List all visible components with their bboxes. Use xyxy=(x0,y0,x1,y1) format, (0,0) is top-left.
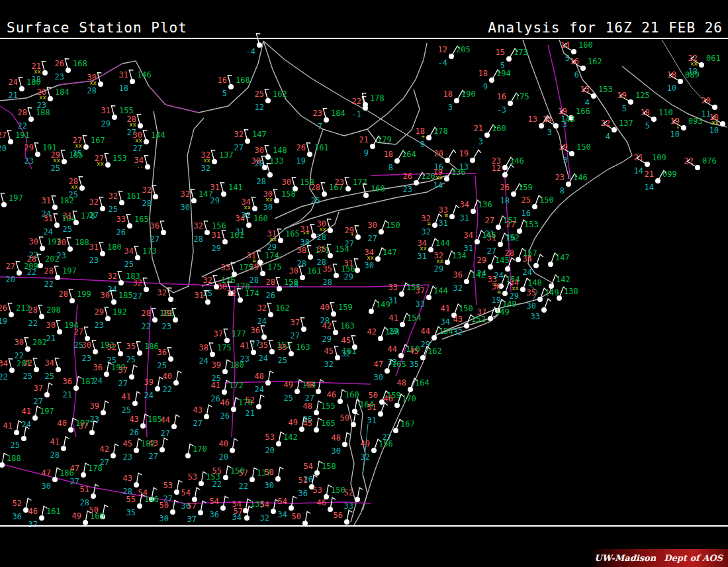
station-circle-icon xyxy=(52,477,58,482)
station-circle-icon xyxy=(174,490,179,495)
temperature-value: 36 xyxy=(150,222,159,230)
station-circle-icon xyxy=(199,481,204,486)
temperature-value: 41 xyxy=(22,407,31,415)
pressure-value: 153 xyxy=(598,85,613,93)
pressure-value: 174 xyxy=(245,289,259,297)
station-circle-icon xyxy=(533,263,539,268)
temperature-value: 50 xyxy=(369,391,378,399)
pressure-value: 154 xyxy=(407,314,422,322)
temperature-value: 19 xyxy=(559,143,568,151)
dewpoint-value: 25 xyxy=(45,372,54,380)
station-circle-icon xyxy=(54,223,60,228)
dewpoint-value: 14 xyxy=(645,183,654,191)
temperature-value: 33 xyxy=(221,264,230,272)
station-circle-icon xyxy=(205,299,210,305)
dewpoint-value: 5 xyxy=(622,105,627,113)
dewpoint-value: 24 xyxy=(494,272,504,280)
pressure-value: 156 xyxy=(379,440,393,448)
pressure-value: 160 xyxy=(492,125,506,132)
temperature-value: 39 xyxy=(144,378,154,386)
station-circle-icon xyxy=(322,191,327,197)
temperature-value: 14 xyxy=(543,115,552,123)
pressure-value: 136 xyxy=(451,168,466,176)
station-circle-icon xyxy=(100,251,105,256)
dewpoint-value: 32 xyxy=(341,350,351,358)
pressure-value: 190 xyxy=(461,90,476,98)
dewpoint-value: 24 xyxy=(44,228,53,236)
station-circle-icon xyxy=(464,323,469,329)
temperature-value: 35 xyxy=(278,343,287,351)
dewpoint-value: 24 xyxy=(199,357,208,365)
dewpoint-value: 33 xyxy=(531,313,540,321)
pressure-value: 208 xyxy=(46,306,61,314)
dewpoint-value: 28 xyxy=(80,499,89,507)
station-circle-icon xyxy=(414,180,419,185)
dewpoint-value: 10 xyxy=(667,84,676,92)
dewpoint-value: 21 xyxy=(246,409,255,417)
station-circle-icon xyxy=(379,229,384,234)
temperature-value: 26 xyxy=(0,304,7,312)
weather-symbol: + xyxy=(422,134,425,140)
temperature-value: 20 xyxy=(434,150,443,158)
dewpoint-value: 33 xyxy=(416,300,425,308)
station-circle-icon xyxy=(73,220,79,225)
temperature-value: 25 xyxy=(255,90,264,98)
dewpoint-value: 27 xyxy=(89,211,99,219)
weather-symbol: .. xyxy=(136,163,144,169)
temperature-value: 37 xyxy=(79,422,88,430)
dewpoint-value: 27 xyxy=(149,452,158,460)
temperature-value: 28 xyxy=(18,109,27,117)
station-circle-icon xyxy=(39,314,44,319)
station-circle-icon xyxy=(333,330,338,335)
temperature-value: 36 xyxy=(453,271,463,279)
station-circle-icon xyxy=(511,191,516,197)
pressure-value: 167 xyxy=(400,420,415,428)
station-circle-icon xyxy=(502,291,508,296)
temperature-value: 15 xyxy=(496,48,505,56)
dewpoint-value: 23 xyxy=(24,157,34,165)
station-circle-icon xyxy=(394,158,400,164)
temperature-value: 53 xyxy=(313,486,322,494)
dewpoint-value: 23 xyxy=(89,256,99,264)
dewpoint-value: 24 xyxy=(144,391,154,399)
station-circle-icon xyxy=(44,392,50,397)
dewpoint-value: 23 xyxy=(95,321,104,329)
pressure-value: 187 xyxy=(81,378,95,386)
dewpoint-value: 24 xyxy=(523,268,532,276)
station-circle-icon xyxy=(19,86,24,91)
weather-symbol: ≡ xyxy=(428,221,431,227)
station-circle-icon xyxy=(56,367,61,372)
pressure-value: 093 xyxy=(688,117,703,125)
pressure-value: 147 xyxy=(252,130,267,138)
station-circle-icon xyxy=(137,503,142,509)
temperature-value: 54 xyxy=(304,462,313,470)
station-circle-icon xyxy=(505,266,510,272)
station-circle-icon xyxy=(245,138,250,144)
temperature-value: 46 xyxy=(220,399,230,407)
station-circle-icon xyxy=(173,317,178,323)
station-circle-icon xyxy=(38,263,43,268)
dewpoint-value: 29 xyxy=(344,273,353,281)
temperature-value: 18 xyxy=(384,150,393,158)
temperature-value: 49 xyxy=(289,419,298,427)
credit-dept: Dept of AOS xyxy=(664,553,723,563)
station-circle-icon xyxy=(628,99,633,105)
temperature-value: 49 xyxy=(72,512,81,520)
temperature-value: 53 xyxy=(163,482,173,490)
dewpoint-value: -1 xyxy=(352,111,361,119)
station-circle-icon xyxy=(520,287,525,292)
dewpoint-value: 25 xyxy=(23,372,32,380)
pressure-value: 146 xyxy=(510,157,524,165)
station-circle-icon xyxy=(720,121,725,127)
pressure-value: 144 xyxy=(435,239,450,247)
pressure-value: 155 xyxy=(119,107,134,115)
station-circle-icon xyxy=(464,279,469,284)
station-circle-icon xyxy=(105,316,111,321)
temperature-value: 43 xyxy=(130,415,139,423)
temperature-value: 29 xyxy=(95,308,104,316)
station-circle-icon xyxy=(228,84,234,89)
dewpoint-value: 25 xyxy=(311,197,320,205)
temperature-value: 30 xyxy=(251,157,261,165)
pressure-value: 142 xyxy=(283,433,298,441)
temperature-value: 32 xyxy=(227,289,236,297)
